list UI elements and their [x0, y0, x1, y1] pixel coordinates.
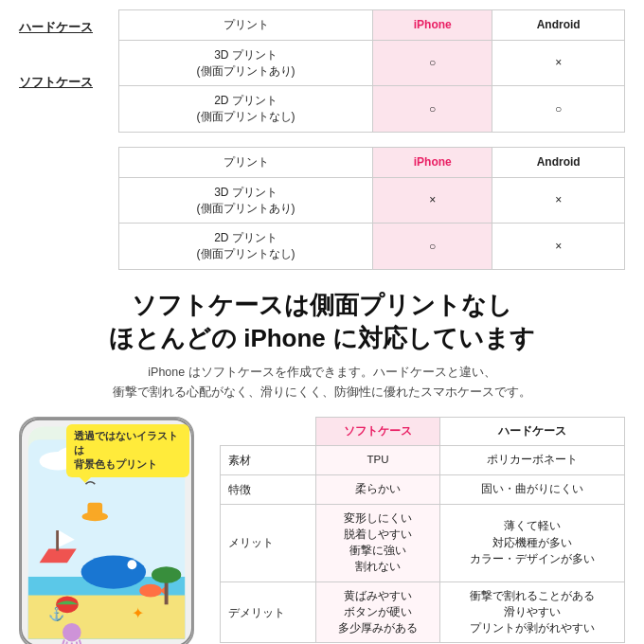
headline-main: ソフトケースは側面プリントなしほとんどの iPhone に対応しています	[19, 289, 625, 355]
svg-rect-22	[87, 502, 102, 517]
comp-row-label: メリット	[221, 504, 316, 581]
svg-point-23	[63, 623, 81, 642]
empty-corner-header	[221, 417, 316, 445]
comparison-table-wrap: ソフトケース ハードケース 素材TPUポリカーボネート特徴柔らかい固い・曲がりに…	[220, 417, 625, 644]
iphone-header: iPhone	[373, 10, 492, 41]
table-row: 3D プリント(側面プリントあり) ○ ×	[119, 40, 625, 86]
comp-table-header-row: ソフトケース ハードケース	[221, 417, 625, 445]
print-header: プリント	[119, 10, 373, 41]
comp-row-label: デメリット	[221, 581, 316, 643]
svg-point-9	[81, 555, 146, 588]
android-value-cell: ×	[492, 224, 625, 270]
soft-case-column-header: ソフトケース	[315, 417, 440, 445]
table-row: 3D プリント(側面プリントあり) × ×	[119, 177, 625, 224]
lower-section: 透過ではないイラストは背景色もプリント	[19, 417, 625, 644]
tooltip-text: 透過ではないイラストは背景色もプリント	[74, 430, 178, 471]
print-type-cell: 2D プリント(側面プリントなし)	[119, 86, 373, 133]
svg-rect-12	[56, 530, 59, 551]
comp-row-label: 素材	[221, 445, 316, 474]
comp-table-row: 特徴柔らかい固い・曲がりにくい	[221, 474, 625, 504]
soft-case-label: ソフトケース	[19, 36, 118, 91]
top-table-section: ハードケース ソフトケース プリント iPhone Android 3D プリン…	[19, 9, 625, 270]
table-row: 2D プリント(側面プリントなし) ○ ×	[119, 224, 625, 270]
soft-value-cell: TPU	[315, 445, 440, 474]
feature-comparison-table: ソフトケース ハードケース 素材TPUポリカーボネート特徴柔らかい固い・曲がりに…	[220, 417, 625, 644]
android-value-cell: ×	[492, 40, 625, 86]
android-header: Android	[492, 10, 625, 41]
print-type-cell: 2D プリント(側面プリントなし)	[119, 224, 373, 270]
iphone-value-cell: ×	[373, 177, 492, 224]
spacer-row	[119, 132, 625, 147]
android-header-soft: Android	[492, 147, 625, 177]
print-type-cell: 3D プリント(側面プリントあり)	[119, 177, 373, 224]
soft-header-row: プリント iPhone Android	[119, 147, 625, 177]
hard-case-label: ハードケース	[19, 9, 118, 36]
tooltip-bubble: 透過ではないイラストは背景色もプリント	[66, 424, 189, 477]
svg-text:⚓: ⚓	[48, 606, 65, 622]
main-comparison-table: プリント iPhone Android 3D プリント(側面プリントあり) ○ …	[118, 9, 625, 270]
soft-value-cell: 変形しにくい脱着しやすい衝撃に強い割れない	[315, 504, 440, 581]
svg-point-17	[152, 566, 181, 583]
comp-table-row: 素材TPUポリカーボネート	[221, 445, 625, 474]
hard-value-cell: 薄くて軽い対応機種が多いカラー・デザインが多い	[440, 504, 625, 581]
category-labels: ハードケース ソフトケース	[19, 9, 118, 270]
iphone-value-cell: ○	[373, 224, 492, 270]
iphone-value-cell: ○	[373, 86, 492, 133]
soft-value-cell: 柔らかい	[315, 474, 440, 504]
table-row: 2D プリント(側面プリントなし) ○ ○	[119, 86, 625, 133]
android-value-cell: ×	[492, 177, 625, 224]
iphone-header-soft: iPhone	[373, 147, 492, 177]
comp-table-row: メリット変形しにくい脱着しやすい衝撃に強い割れない薄くて軽い対応機種が多いカラー…	[221, 504, 625, 581]
print-type-cell: 3D プリント(側面プリントあり)	[119, 40, 373, 86]
svg-text:✦: ✦	[132, 605, 144, 621]
hard-case-column-header: ハードケース	[440, 417, 625, 445]
hard-value-cell: ポリカーボネート	[440, 445, 625, 474]
phone-image-wrapper: 透過ではないイラストは背景色もプリント	[19, 417, 208, 644]
headline-section: ソフトケースは側面プリントなしほとんどの iPhone に対応しています iPh…	[19, 289, 625, 403]
comp-table-row: デメリット黄ばみやすいボタンが硬い多少厚みがある衝撃で割れることがある滑りやすい…	[221, 581, 625, 643]
hard-value-cell: 衝撃で割れることがある滑りやすいプリントが剥がれやすい	[440, 581, 625, 643]
comp-row-label: 特徴	[221, 474, 316, 504]
svg-point-10	[128, 560, 137, 569]
iphone-value-cell: ○	[373, 40, 492, 86]
headline-sub: iPhone はソフトケースを作成できます。ハードケースと違い、 衝撃で割れる心…	[19, 363, 625, 403]
svg-point-14	[139, 583, 161, 597]
soft-value-cell: 黄ばみやすいボタンが硬い多少厚みがある	[315, 581, 440, 643]
hard-value-cell: 固い・曲がりにくい	[440, 474, 625, 504]
android-value-cell: ○	[492, 86, 625, 133]
top-table-wrapper: ハードケース ソフトケース プリント iPhone Android 3D プリン…	[19, 9, 625, 270]
table-header-row: プリント iPhone Android	[119, 10, 625, 41]
print-header-soft: プリント	[119, 147, 373, 177]
